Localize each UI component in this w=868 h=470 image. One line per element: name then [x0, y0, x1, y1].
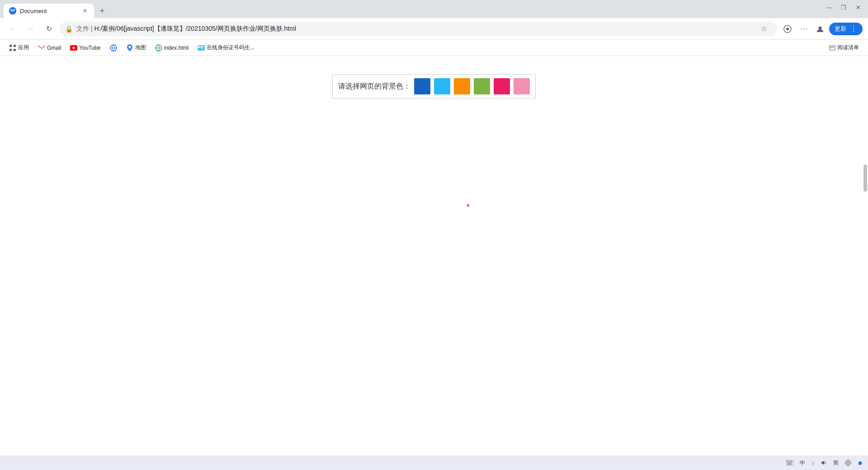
bookmark-apps[interactable]: 应用	[5, 42, 33, 53]
bookmarks-bar: 应用 Gmail YouTube 地图	[0, 40, 868, 56]
taskbar-network[interactable]	[843, 460, 853, 466]
address-file-label: 文件	[76, 25, 89, 32]
svg-rect-10	[14, 49, 16, 51]
bookmark-manager-icon[interactable]: ⋯	[797, 22, 811, 36]
title-bar: Document ✕ + — ❐ ✕	[0, 0, 868, 18]
bookmark-apps-label: 应用	[18, 44, 29, 52]
bookmark-maps-label: 地图	[135, 44, 146, 52]
active-tab[interactable]: Document ✕	[4, 4, 94, 18]
color-button-orange[interactable]	[454, 78, 470, 94]
bookmark-index[interactable]: index.html	[151, 42, 193, 53]
minimize-button[interactable]: —	[823, 1, 835, 14]
scrollbar-thumb[interactable]	[863, 164, 867, 192]
update-label: 更新	[835, 25, 846, 33]
network-icon	[845, 460, 851, 466]
bookmark-index-label: index.html	[164, 45, 189, 51]
svg-rect-26	[788, 461, 789, 462]
window-controls: — ❐ ✕	[823, 1, 864, 14]
back-button[interactable]: ←	[5, 22, 20, 36]
taskbar-keyboard[interactable]	[784, 460, 795, 465]
reading-list-button[interactable]: 阅读清单	[826, 42, 863, 53]
svg-point-15	[128, 46, 131, 48]
tab-bar: Document ✕ +	[4, 0, 108, 18]
lock-icon: 🔒	[65, 25, 73, 33]
reading-list-label: 阅读清单	[837, 44, 859, 52]
maximize-button[interactable]: ❐	[837, 1, 850, 14]
scrollbar-right[interactable]	[863, 56, 868, 456]
svg-rect-19	[200, 46, 204, 47]
svg-rect-11	[38, 45, 45, 51]
bookmark-id-label: 在线身份证号码生...	[207, 44, 255, 52]
sound-icon	[821, 460, 827, 466]
bookmark-maps[interactable]: 地图	[123, 42, 150, 53]
svg-point-6	[819, 26, 822, 29]
svg-rect-18	[198, 46, 200, 48]
color-picker-widget: 请选择网页的背景色：	[332, 74, 536, 99]
svg-rect-20	[200, 47, 203, 48]
svg-rect-8	[14, 45, 16, 47]
reading-list-icon	[829, 45, 835, 51]
bookmark-youtube[interactable]: YouTube	[66, 42, 104, 53]
svg-rect-9	[9, 49, 12, 51]
bookmark-gmail[interactable]: Gmail	[34, 42, 65, 53]
svg-rect-32	[791, 462, 792, 463]
id-icon	[198, 44, 205, 52]
tab-title: Document	[20, 8, 78, 14]
bookmark-globe[interactable]	[106, 42, 121, 53]
color-button-blue-light[interactable]	[434, 78, 450, 94]
index-globe-icon	[155, 44, 162, 52]
taskbar-zh[interactable]: 中	[798, 459, 807, 467]
update-button[interactable]: 更新 ⋮	[829, 23, 863, 35]
bookmark-star-icon[interactable]: ☆	[757, 22, 771, 36]
page-content: 请选择网页的背景色：	[0, 56, 868, 456]
bookmark-gmail-label: Gmail	[47, 45, 61, 51]
close-button[interactable]: ✕	[852, 1, 864, 14]
address-text: 文件 | H:/案例/06[javascript]【潘珠苋】/20210305/…	[76, 25, 753, 33]
color-button-pink-light[interactable]	[514, 78, 530, 94]
tab-favicon	[9, 7, 16, 14]
taskbar-sound[interactable]	[819, 460, 829, 466]
browser-frame: Document ✕ + — ❐ ✕ ← → ↻ 🔒 文件 | H:/案例/06…	[0, 0, 868, 470]
tab-close-button[interactable]: ✕	[81, 7, 89, 14]
down-icon: ↓	[811, 460, 814, 466]
color-button-blue-dark[interactable]	[414, 78, 430, 94]
menu-dots: ⋮	[850, 24, 857, 33]
apps-icon	[9, 44, 16, 52]
nav-actions: ⋯ 更新 ⋮	[780, 22, 863, 36]
bookmark-id[interactable]: 在线身份证号码生...	[194, 42, 258, 53]
svg-rect-33	[788, 464, 792, 465]
svg-rect-25	[787, 461, 788, 462]
globe-icon	[110, 44, 117, 52]
address-path: H:/案例/06[javascript]【潘珠苋】/20210305/网页换肤作…	[94, 25, 296, 32]
svg-rect-28	[791, 461, 792, 462]
svg-rect-29	[787, 462, 788, 463]
svg-marker-34	[821, 461, 824, 465]
zh-label: 中	[800, 459, 805, 467]
svg-rect-7	[9, 45, 12, 47]
svg-rect-31	[790, 462, 791, 463]
jian-label: 简	[833, 459, 839, 467]
youtube-icon	[70, 44, 77, 52]
svg-point-3	[11, 9, 14, 12]
extensions-button[interactable]	[780, 22, 795, 36]
gmail-icon	[38, 44, 45, 52]
svg-point-5	[786, 28, 789, 30]
taskbar-jian[interactable]: 简	[831, 459, 840, 467]
color-button-pink-hot[interactable]	[494, 78, 510, 94]
maps-icon	[126, 44, 133, 52]
profile-icon[interactable]	[813, 22, 827, 36]
svg-rect-30	[788, 462, 789, 463]
svg-rect-27	[790, 461, 791, 462]
red-dot	[467, 204, 469, 207]
refresh-button[interactable]: ↻	[42, 22, 56, 36]
navigation-bar: ← → ↻ 🔒 文件 | H:/案例/06[javascript]【潘珠苋】/2…	[0, 18, 868, 40]
forward-button[interactable]: →	[24, 22, 38, 36]
color-button-green[interactable]	[474, 78, 490, 94]
taskbar: 中 ↓ 简 ●	[0, 456, 868, 470]
address-bar[interactable]: 🔒 文件 | H:/案例/06[javascript]【潘珠苋】/2021030…	[60, 22, 777, 36]
taskbar-dot[interactable]: ●	[856, 458, 864, 468]
bookmark-youtube-label: YouTube	[79, 45, 100, 51]
new-tab-button[interactable]: +	[96, 5, 108, 17]
taskbar-down[interactable]: ↓	[810, 460, 816, 466]
color-picker-label: 请选择网页的背景色：	[338, 82, 410, 91]
